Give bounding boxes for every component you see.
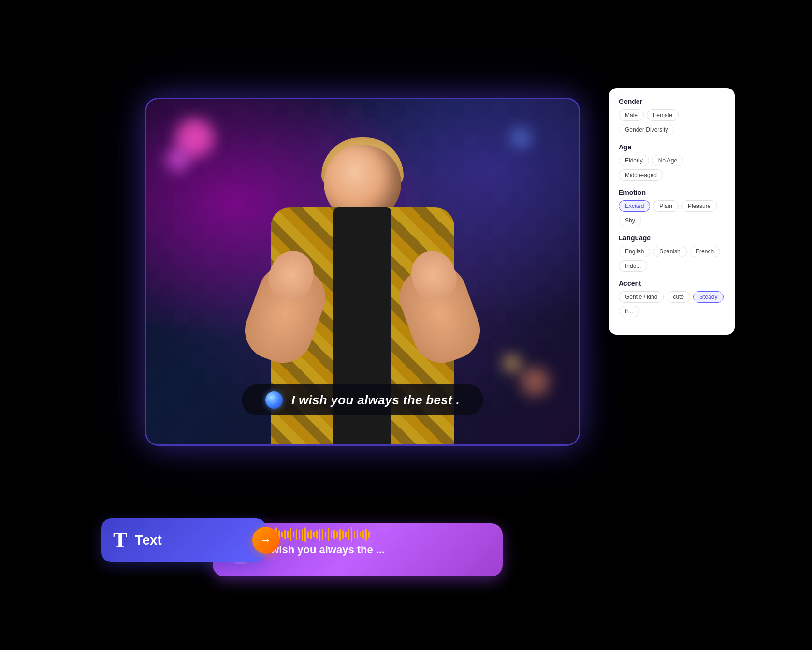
- tags-row-language: English Spanish French Indo...: [619, 246, 725, 272]
- settings-section-gender: Gender Male Female Gender Diversity: [619, 98, 725, 135]
- tag-spanish[interactable]: Spanish: [653, 246, 686, 257]
- tag-fr[interactable]: fr...: [619, 306, 639, 317]
- arrow-right-icon: →: [261, 534, 271, 547]
- subtitle-dot: [265, 391, 283, 409]
- tags-row-age: Elderly No Age Middle-aged: [619, 155, 725, 181]
- tag-pleasure[interactable]: Pleasure: [682, 200, 717, 212]
- tag-gender-diversity[interactable]: Gender Diversity: [619, 124, 674, 135]
- scene-container: I wish you always the best . Gender Male…: [116, 59, 696, 591]
- subtitle-text: I wish you always the best .: [291, 393, 460, 408]
- tags-row-gender: Male Female Gender Diversity: [619, 109, 725, 135]
- person-arms: [242, 241, 483, 386]
- arrow-button[interactable]: →: [252, 527, 279, 554]
- settings-title-gender: Gender: [619, 98, 725, 105]
- settings-section-emotion: Emotion Excited Plain Pleasure Shy: [619, 189, 725, 226]
- bokeh-light-3: [511, 128, 530, 148]
- tag-steady[interactable]: Steady: [693, 291, 724, 303]
- settings-title-accent: Accent: [619, 280, 725, 287]
- settings-section-language: Language English Spanish French Indo...: [619, 234, 725, 272]
- tag-gentle-kind[interactable]: Gentle / kind: [619, 291, 664, 303]
- bokeh-light-5: [504, 355, 521, 372]
- subtitle-bar: I wish you always the best .: [242, 384, 483, 415]
- settings-section-age: Age Elderly No Age Middle-aged: [619, 143, 725, 181]
- tag-french[interactable]: French: [690, 246, 720, 257]
- arm-right: [392, 257, 488, 371]
- tag-male[interactable]: Male: [619, 109, 644, 121]
- tags-row-accent: Gentle / kind cute Steady fr...: [619, 291, 725, 317]
- tag-female[interactable]: Female: [647, 109, 679, 121]
- video-card: I wish you always the best .: [145, 98, 580, 446]
- settings-title-language: Language: [619, 234, 725, 242]
- text-label: Text: [135, 532, 162, 548]
- tag-shy[interactable]: Shy: [619, 215, 641, 226]
- audio-transcription-text: I wish you always the ...: [265, 544, 385, 556]
- tag-elderly[interactable]: Elderly: [619, 155, 649, 166]
- tags-row-emotion: Excited Plain Pleasure Shy: [619, 200, 725, 226]
- video-background: I wish you always the best .: [146, 99, 579, 444]
- tag-indo[interactable]: Indo...: [619, 260, 647, 272]
- hand-left: [263, 245, 320, 305]
- tag-plain[interactable]: Plain: [653, 200, 679, 212]
- text-letter-icon: T: [113, 530, 127, 551]
- tag-english[interactable]: English: [619, 246, 650, 257]
- settings-title-age: Age: [619, 143, 725, 151]
- settings-panel: Gender Male Female Gender Diversity Age …: [609, 88, 735, 335]
- bokeh-light-4: [521, 367, 550, 396]
- settings-title-emotion: Emotion: [619, 189, 725, 196]
- tag-cute[interactable]: cute: [667, 291, 690, 303]
- tag-no-age[interactable]: No Age: [652, 155, 683, 166]
- bokeh-light-2: [166, 148, 190, 172]
- arm-left: [237, 257, 334, 371]
- text-input-card[interactable]: T Text →: [102, 518, 266, 562]
- hand-right: [405, 245, 462, 305]
- settings-section-accent: Accent Gentle / kind cute Steady fr...: [619, 280, 725, 317]
- tag-middle-aged[interactable]: Middle-aged: [619, 169, 663, 181]
- tag-excited[interactable]: Excited: [619, 200, 650, 212]
